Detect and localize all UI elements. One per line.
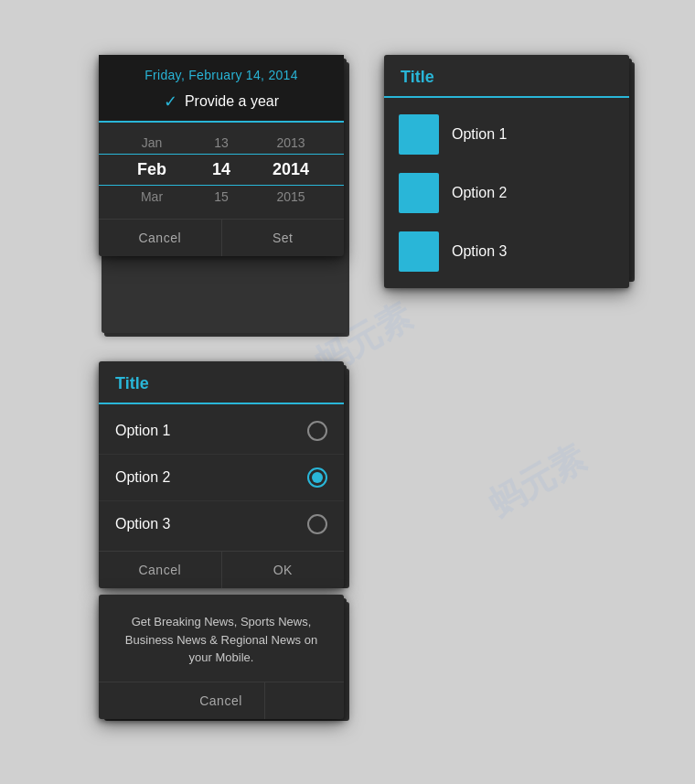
current-month: Feb <box>120 160 184 179</box>
radio-dialog-actions: Cancel OK <box>99 551 344 588</box>
list-icon-2 <box>399 173 439 213</box>
date-picker-actions: Cancel Set <box>99 219 344 256</box>
date-header-title: Friday, February 14, 2014 <box>99 68 344 82</box>
date-picker-header: Friday, February 14, 2014 ✓ Provide a ye… <box>99 55 344 123</box>
current-year: 2014 <box>259 160 323 179</box>
date-row-prev: Jan 13 2013 <box>99 132 344 154</box>
list-dialog-title: Title <box>401 68 434 86</box>
list-item-label-2: Option 2 <box>452 185 507 201</box>
notification-body: Get Breaking News, Sports News, Business… <box>99 595 344 682</box>
prev-year: 2013 <box>259 135 323 150</box>
radio-item-1[interactable]: Option 1 <box>99 408 344 455</box>
notification-actions: Cancel <box>99 682 344 719</box>
radio-button-1[interactable] <box>307 421 327 441</box>
radio-items-container: Option 1 Option 2 Option 3 <box>99 404 344 551</box>
radio-button-2[interactable] <box>307 467 327 488</box>
radio-title-bar: Title <box>99 361 344 404</box>
provide-year-label: Provide a year <box>185 93 279 110</box>
next-day: 15 <box>189 189 253 204</box>
current-day: 14 <box>189 160 253 179</box>
radio-label-3: Option 3 <box>115 516 170 532</box>
notification-text: Get Breaking News, Sports News, Business… <box>115 613 327 667</box>
radio-button-3[interactable] <box>307 514 327 534</box>
radio-dialog: Title Option 1 Option 2 Option 3 Cancel … <box>99 361 344 588</box>
prev-month: Jan <box>120 135 184 150</box>
notification-dialog: Get Breaking News, Sports News, Business… <box>99 595 344 719</box>
list-icon-1 <box>399 114 439 155</box>
radio-dialog-title: Title <box>115 374 149 392</box>
list-item-1[interactable]: Option 1 <box>384 105 629 164</box>
date-checkbox-row: ✓ Provide a year <box>99 91 344 112</box>
date-row-next: Mar 15 2015 <box>99 186 344 208</box>
list-item-label-3: Option 3 <box>452 243 507 260</box>
radio-item-2[interactable]: Option 2 <box>99 455 344 501</box>
list-item-3[interactable]: Option 3 <box>384 222 629 281</box>
radio-cancel-button[interactable]: Cancel <box>99 552 222 588</box>
date-row-current: Feb 14 2014 <box>99 154 344 186</box>
list-item-label-1: Option 1 <box>452 126 507 143</box>
date-set-button[interactable]: Set <box>222 220 345 256</box>
radio-ok-button[interactable]: OK <box>222 552 345 588</box>
radio-item-3[interactable]: Option 3 <box>99 501 344 547</box>
radio-label-2: Option 2 <box>115 469 170 486</box>
next-month: Mar <box>120 189 184 204</box>
list-title-bar: Title <box>384 55 629 98</box>
date-picker-dialog: Friday, February 14, 2014 ✓ Provide a ye… <box>99 55 344 256</box>
checkbox-checked-icon: ✓ <box>164 91 177 112</box>
date-cancel-button[interactable]: Cancel <box>99 220 222 256</box>
radio-label-1: Option 1 <box>115 423 170 439</box>
list-icon-3 <box>399 231 439 272</box>
list-dialog: Title Option 1 Option 2 Option 3 <box>384 55 629 288</box>
notification-cancel-button[interactable]: Cancel <box>177 682 265 719</box>
list-items-container: Option 1 Option 2 Option 3 <box>384 98 629 288</box>
watermark: 蚂元素 <box>480 435 593 527</box>
list-item-2[interactable]: Option 2 <box>384 164 629 222</box>
date-picker-body: Jan 13 2013 Feb 14 2014 Mar 15 2015 <box>99 123 344 208</box>
next-year: 2015 <box>259 189 323 204</box>
prev-day: 13 <box>189 135 253 150</box>
radio-inner-dot <box>312 472 323 483</box>
